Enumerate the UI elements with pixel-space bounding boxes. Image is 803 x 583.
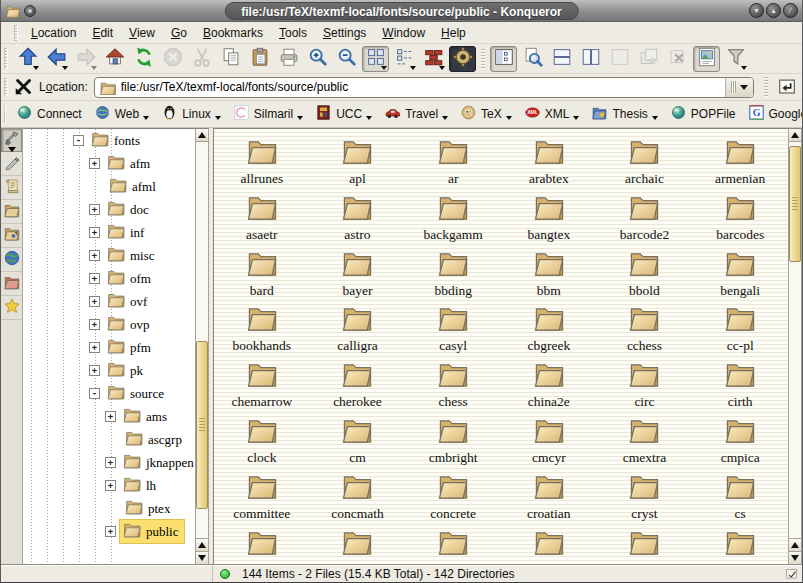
- folder-committee[interactable]: committee: [214, 469, 310, 525]
- bookmark-google[interactable]: GGoogle: [743, 102, 803, 126]
- tree-item-lh[interactable]: +lh: [23, 474, 195, 497]
- tree-entry[interactable]: ofm: [104, 267, 156, 290]
- bookmark-thesis[interactable]: Thesis: [586, 102, 662, 126]
- folder-allrunes[interactable]: allrunes: [214, 134, 310, 190]
- folder-bangtex[interactable]: bangtex: [501, 190, 597, 246]
- folder-china2e[interactable]: china2e: [501, 357, 597, 413]
- expand-icon[interactable]: +: [89, 342, 100, 353]
- folder-cchess[interactable]: cchess: [597, 301, 693, 357]
- folder-casyl[interactable]: casyl: [405, 301, 501, 357]
- tree-item-ofm[interactable]: +ofm: [23, 267, 195, 290]
- tree-scrollbar-thumb[interactable]: [196, 341, 208, 509]
- folder-cmbright[interactable]: cmbright: [405, 413, 501, 469]
- location-value[interactable]: file:/usr/TeX/texmf-local/fonts/source/p…: [121, 80, 725, 94]
- bookmark-linux[interactable]: Linux: [156, 102, 226, 126]
- tree-entry[interactable]: lh: [120, 474, 161, 497]
- expand-icon[interactable]: +: [89, 204, 100, 215]
- bookmark-popfile[interactable]: POPFile: [665, 102, 741, 126]
- expand-icon[interactable]: +: [105, 411, 116, 422]
- folder-concmath[interactable]: concmath: [310, 469, 406, 525]
- cut-button[interactable]: [188, 46, 215, 72]
- folder-cirth[interactable]: cirth: [692, 357, 788, 413]
- folder-croatian[interactable]: croatian: [501, 469, 597, 525]
- folder-astro[interactable]: astro: [310, 190, 406, 246]
- folder-bengali[interactable]: bengali: [692, 246, 788, 302]
- expand-icon[interactable]: +: [89, 296, 100, 307]
- tree-entry[interactable]: doc: [104, 198, 154, 221]
- menubar-handle[interactable]: [14, 25, 18, 41]
- tree-item-ovp[interactable]: +ovp: [23, 313, 195, 336]
- icon-view-button[interactable]: [362, 46, 389, 72]
- collapse-icon[interactable]: -: [89, 388, 100, 399]
- tree-item-afm[interactable]: +afm: [23, 152, 195, 175]
- bookmark-toolbar-handle[interactable]: [4, 105, 6, 123]
- back-button[interactable]: [43, 46, 70, 72]
- split-view-top-bottom-button[interactable]: [548, 46, 575, 72]
- folder-bbm[interactable]: bbm: [501, 246, 597, 302]
- main-scrollbar-thumb[interactable]: [789, 146, 801, 262]
- scroll-up-button[interactable]: [196, 538, 208, 551]
- folder-cherokee[interactable]: cherokee: [310, 357, 406, 413]
- expand-icon[interactable]: +: [89, 365, 100, 376]
- bookmark-web[interactable]: Web: [89, 102, 154, 126]
- expand-icon[interactable]: +: [105, 480, 116, 491]
- folder-partial[interactable]: [692, 525, 788, 565]
- folder-partial[interactable]: [597, 525, 693, 565]
- tree-entry[interactable]: pfm: [104, 336, 156, 359]
- folder-cmcyr[interactable]: cmcyr: [501, 413, 597, 469]
- collapse-icon[interactable]: -: [73, 135, 84, 146]
- tree-item-pk[interactable]: +pk: [23, 359, 195, 382]
- folder-arabtex[interactable]: arabtex: [501, 134, 597, 190]
- sidebar-tab-root-folder[interactable]: [1, 272, 22, 296]
- location-toolbar-handle[interactable]: [4, 78, 8, 96]
- duplicate-tab-button[interactable]: [635, 46, 662, 72]
- sidebar-tab-home-folder[interactable]: [1, 200, 22, 224]
- maximize-button[interactable]: ▴: [766, 3, 781, 18]
- close-tab-button[interactable]: [664, 46, 691, 72]
- menu-view[interactable]: View: [122, 24, 162, 42]
- tree-entry[interactable]: misc: [104, 244, 160, 267]
- folder-partial[interactable]: [310, 525, 406, 565]
- sidebar-tab-sidebar-config[interactable]: [1, 128, 22, 152]
- sidebar-tab-services[interactable]: [1, 224, 22, 248]
- tree-item-inf[interactable]: +inf: [23, 221, 195, 244]
- forward-button[interactable]: [72, 46, 99, 72]
- tree-item-afml[interactable]: afml: [23, 175, 195, 198]
- main-scrollbar[interactable]: [788, 128, 802, 565]
- tree-entry[interactable]: jknappen: [120, 451, 195, 474]
- expand-icon[interactable]: +: [89, 319, 100, 330]
- expand-icon[interactable]: +: [89, 250, 100, 261]
- folder-barcodes[interactable]: barcodes: [692, 190, 788, 246]
- tree-item-source[interactable]: -source: [23, 382, 195, 405]
- show-sidebar-button[interactable]: [490, 46, 517, 72]
- tree-scrollbar[interactable]: [195, 128, 209, 565]
- menu-edit[interactable]: Edit: [85, 24, 120, 42]
- tree-item-ptex[interactable]: ptex: [23, 497, 195, 520]
- menu-tools[interactable]: Tools: [272, 24, 314, 42]
- bookmark-xml[interactable]: XMLXML: [519, 102, 585, 126]
- folder-armenian[interactable]: armenian: [692, 134, 788, 190]
- location-input[interactable]: file:/usr/TeX/texmf-local/fonts/source/p…: [94, 77, 754, 98]
- tree-entry[interactable]: pk: [104, 359, 148, 382]
- tree-item-ascgrp[interactable]: ascgrp: [23, 428, 195, 451]
- copy-button[interactable]: [217, 46, 244, 72]
- expand-icon[interactable]: +: [89, 273, 100, 284]
- zoom-in-button[interactable]: [304, 46, 331, 72]
- multicolumn-view-button[interactable]: [420, 46, 447, 72]
- menu-bookmarks[interactable]: Bookmarks: [196, 24, 270, 42]
- sidebar-tab-history[interactable]: [1, 176, 22, 200]
- tree-item-doc[interactable]: +doc: [23, 198, 195, 221]
- zoom-out-button[interactable]: [333, 46, 360, 72]
- minimize-button[interactable]: ▾: [749, 3, 764, 18]
- stop-button[interactable]: [159, 46, 186, 72]
- folder-bbding[interactable]: bbding: [405, 246, 501, 302]
- bookmark-connect[interactable]: Connect: [11, 102, 87, 126]
- tree-selection[interactable]: public: [120, 520, 184, 543]
- list-view-button[interactable]: [391, 46, 418, 72]
- tree-entry[interactable]: ams: [120, 405, 172, 428]
- tree-item-ovf[interactable]: +ovf: [23, 290, 195, 313]
- location-dropdown-button[interactable]: [725, 78, 753, 97]
- folder-bookhands[interactable]: bookhands: [214, 301, 310, 357]
- folder-backgamm[interactable]: backgamm: [405, 190, 501, 246]
- reload-button[interactable]: [130, 46, 157, 72]
